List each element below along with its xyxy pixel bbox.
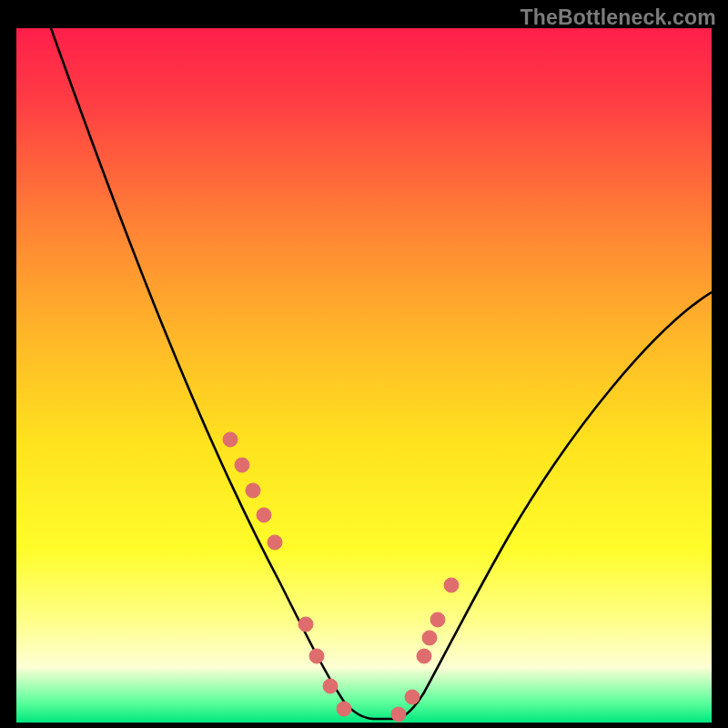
- watermark-text: TheBottleneck.com: [520, 5, 716, 30]
- svg-point-13: [430, 612, 445, 627]
- plot-area: [16, 28, 712, 723]
- svg-point-8: [337, 702, 351, 716]
- svg-point-2: [246, 483, 260, 498]
- svg-point-5: [298, 617, 313, 632]
- svg-point-1: [235, 458, 249, 472]
- chart-svg: [16, 28, 712, 723]
- svg-point-10: [405, 690, 420, 704]
- svg-point-3: [257, 508, 271, 522]
- marker-group: [223, 432, 459, 722]
- bottleneck-curve: [51, 28, 712, 719]
- svg-point-11: [417, 649, 431, 663]
- svg-point-12: [422, 631, 437, 645]
- svg-point-0: [223, 432, 238, 447]
- svg-point-6: [309, 649, 324, 663]
- svg-point-9: [391, 707, 406, 722]
- svg-point-14: [444, 578, 459, 592]
- svg-point-7: [323, 679, 338, 693]
- svg-point-4: [268, 535, 282, 550]
- outer-frame: TheBottleneck.com: [0, 0, 728, 728]
